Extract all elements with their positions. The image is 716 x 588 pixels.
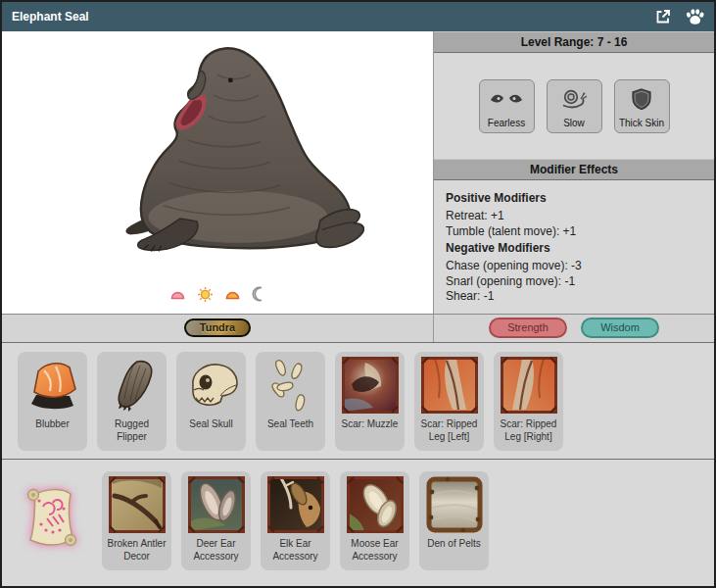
item-card-seal-skull[interactable]: Seal Skull: [176, 352, 246, 451]
item-label: Scar: Ripped Leg [Left]: [414, 416, 484, 443]
drops-section: Blubber Rugged Flipper: [2, 343, 714, 460]
item-card-scar-ripped-leg-left[interactable]: Scar: Ripped Leg [Left]: [414, 352, 484, 451]
broken-antler-decor-image: [106, 475, 168, 535]
trait-label: Slow: [563, 118, 585, 128]
biome-stats-strip: Tundra Strength Wisdom: [2, 315, 714, 343]
trait-fearless[interactable]: Fearless: [479, 79, 535, 133]
scar-ripped-leg-right-image: [498, 356, 560, 416]
external-link-icon[interactable]: [653, 7, 673, 26]
item-card-scar-muzzle[interactable]: Scar: Muzzle: [335, 352, 405, 451]
item-card-blubber[interactable]: Blubber: [18, 352, 87, 451]
title-bar: Elephant Seal: [2, 2, 714, 31]
item-label: Moose Ear Accessory: [340, 535, 409, 563]
rugged-flipper-image: [101, 356, 164, 416]
item-card-broken-antler-decor[interactable]: Broken Antler Decor: [102, 471, 171, 570]
modifier-line: Tumble (talent move): +1: [446, 224, 702, 240]
item-card-deer-ear-accessory[interactable]: Deer Ear Accessory: [181, 471, 251, 570]
item-label: Deer Ear Accessory: [181, 535, 251, 563]
stats-panel: Level Range: 7 - 16 Fearless: [434, 31, 714, 314]
blubber-image: [22, 356, 84, 416]
item-card-den-of-pelts[interactable]: Den of Pelts: [419, 471, 489, 570]
item-label: Elk Ear Accessory: [261, 535, 330, 563]
modifier-line: Snarl (opening move): -1: [446, 274, 702, 290]
positive-modifiers-header: Positive Modifiers: [446, 191, 702, 206]
item-label: Scar: Muzzle: [340, 416, 401, 430]
shield-icon: [632, 80, 651, 118]
item-label: Seal Skull: [187, 416, 234, 430]
elephant-seal-illustration: [2, 31, 433, 286]
item-label: Den of Pelts: [425, 535, 482, 550]
activity-times-row: [2, 286, 433, 314]
seal-skull-image: [180, 356, 243, 416]
modifier-effects-bar: Modifier Effects: [434, 159, 714, 180]
illustration-panel: [2, 31, 434, 314]
snail-icon: [561, 80, 587, 118]
traits-row: Fearless Slow: [434, 53, 714, 159]
deer-ear-accessory-image: [185, 475, 248, 535]
item-label: Seal Teeth: [265, 416, 315, 430]
modifier-line: Shear: -1: [446, 289, 702, 305]
level-range-bar: Level Range: 7 - 16: [434, 31, 714, 53]
night-icon: [252, 286, 266, 306]
trait-label: Fearless: [488, 118, 525, 128]
trait-thick-skin[interactable]: Thick Skin: [614, 79, 670, 133]
elk-ear-accessory-image: [264, 475, 327, 535]
recipe-scroll-icon[interactable]: [20, 483, 80, 554]
main-panels: Level Range: 7 - 16 Fearless: [2, 31, 714, 315]
dusk-icon: [224, 287, 241, 305]
seal-teeth-image: [260, 356, 322, 416]
moose-ear-accessory-image: [344, 475, 406, 535]
item-label: Rugged Flipper: [97, 416, 167, 443]
modifier-effects-body: Positive Modifiers Retreat: +1 Tumble (t…: [434, 180, 714, 314]
item-card-rugged-flipper[interactable]: Rugged Flipper: [97, 352, 167, 451]
item-card-seal-teeth[interactable]: Seal Teeth: [256, 352, 325, 451]
item-card-moose-ear-accessory[interactable]: Moose Ear Accessory: [340, 471, 409, 570]
decor-section: Broken Antler Decor Deer Ear Accessory: [2, 460, 714, 587]
item-label: Blubber: [33, 416, 71, 430]
paw-icon[interactable]: [685, 7, 704, 26]
negative-modifiers-header: Negative Modifiers: [446, 241, 702, 256]
biome-badge-tundra[interactable]: Tundra: [184, 318, 251, 337]
page-title: Elephant Seal: [12, 10, 653, 24]
modifier-line: Chase (opening move): -3: [446, 259, 702, 274]
strength-badge[interactable]: Strength: [489, 318, 567, 338]
fearless-eyes-icon: [490, 80, 523, 118]
trait-label: Thick Skin: [619, 118, 664, 128]
day-icon: [197, 286, 214, 307]
item-label: Scar: Ripped Leg [Right]: [494, 416, 563, 443]
wisdom-badge[interactable]: Wisdom: [581, 318, 659, 338]
dawn-icon: [169, 287, 186, 305]
modifier-line: Retreat: +1: [446, 209, 702, 224]
trait-slow[interactable]: Slow: [547, 79, 602, 133]
den-of-pelts-image: [423, 475, 486, 535]
item-card-scar-ripped-leg-right[interactable]: Scar: Ripped Leg [Right]: [494, 352, 563, 451]
creature-info-window: Elephant Seal: [0, 0, 716, 588]
item-label: Broken Antler Decor: [102, 535, 171, 563]
scar-muzzle-image: [339, 356, 402, 416]
item-card-elk-ear-accessory[interactable]: Elk Ear Accessory: [261, 471, 330, 570]
scar-ripped-leg-left-image: [418, 356, 481, 416]
